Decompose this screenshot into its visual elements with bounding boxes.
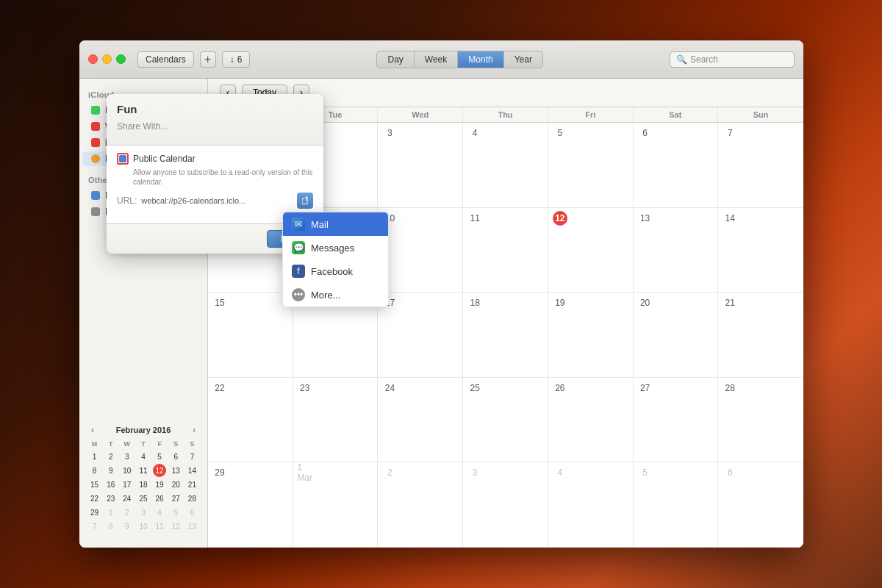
mini-cal-day-4[interactable]: 4	[137, 450, 150, 463]
mini-cal-day-mar2[interactable]: 2	[121, 506, 134, 519]
cal-day-4: 4	[467, 126, 482, 140]
mini-cal-day-10[interactable]: 10	[121, 464, 134, 477]
mini-cal-day-mar4[interactable]: 4	[153, 506, 166, 519]
mini-cal-day-29[interactable]: 29	[88, 506, 101, 519]
cal-cell-13[interactable]: 13	[634, 208, 719, 293]
mini-cal-prev[interactable]: ‹	[87, 424, 98, 436]
mini-cal-day-mar9[interactable]: 9	[121, 520, 134, 533]
cal-cell-mar6[interactable]: 6	[718, 462, 803, 548]
search-placeholder: Search	[690, 54, 718, 65]
mini-cal-day-20[interactable]: 20	[169, 478, 182, 491]
mini-cal-day-mar8[interactable]: 8	[104, 520, 118, 533]
mini-cal-day-6[interactable]: 6	[169, 450, 182, 463]
mini-cal-day-mar1[interactable]: 1	[104, 506, 118, 519]
facebook-label: Facebook	[311, 266, 353, 277]
mini-cal-title: February 2016	[116, 426, 171, 434]
view-day-button[interactable]: Day	[377, 51, 414, 68]
cal-cell-27[interactable]: 27	[634, 378, 719, 463]
cal-cell-4[interactable]: 4	[463, 123, 548, 208]
mini-cal-day-24[interactable]: 24	[121, 492, 134, 505]
cal-cell-28[interactable]: 28	[718, 378, 803, 463]
add-calendar-button[interactable]: +	[200, 51, 216, 68]
mini-cal-day-mar12[interactable]: 12	[169, 520, 182, 533]
cal-cell-7[interactable]: 7	[718, 123, 803, 208]
mini-cal-day-7[interactable]: 7	[185, 450, 198, 463]
mini-cal-day-mar11[interactable]: 11	[153, 520, 166, 533]
cal-cell-20[interactable]: 20	[634, 293, 719, 378]
cal-cell-6[interactable]: 6	[634, 123, 719, 208]
public-calendar-checkbox[interactable]	[117, 153, 129, 165]
mini-cal-day-mar13[interactable]: 13	[185, 520, 198, 533]
mini-cal-day-12[interactable]: 12	[153, 464, 166, 477]
calendars-button[interactable]: Calendars	[137, 51, 194, 68]
cal-cell-18[interactable]: 18	[463, 293, 548, 378]
cal-cell-29[interactable]: 29	[208, 462, 293, 548]
mini-cal-day-mar6[interactable]: 6	[185, 506, 198, 519]
cal-cell-5[interactable]: 5	[548, 123, 634, 208]
cal-cell-19[interactable]: 19	[548, 293, 634, 378]
cal-cell-22[interactable]: 22	[208, 378, 293, 463]
cal-cell-25[interactable]: 25	[463, 378, 548, 463]
mini-cal-day-1[interactable]: 1	[88, 450, 101, 463]
mini-cal-day-13[interactable]: 13	[169, 464, 182, 477]
facebook-icon: f	[292, 265, 305, 278]
mini-cal-day-mar3[interactable]: 3	[137, 506, 150, 519]
cal-cell-24[interactable]: 24	[378, 378, 463, 463]
share-url-button[interactable]	[297, 193, 313, 209]
cal-cell-10[interactable]: 10	[378, 208, 463, 293]
cal-cell-12[interactable]: 12	[548, 208, 634, 293]
cal-cell-mar3[interactable]: 3	[463, 462, 548, 548]
mini-cal-day-mar7[interactable]: 7	[88, 520, 101, 533]
mini-cal-day-18[interactable]: 18	[137, 478, 150, 491]
mini-cal-day-21[interactable]: 21	[185, 478, 198, 491]
maximize-button[interactable]	[116, 54, 126, 64]
mini-cal-day-9[interactable]: 9	[104, 464, 118, 477]
mini-cal-dh-t2: T	[135, 439, 151, 449]
cal-cell-21[interactable]: 21	[718, 293, 803, 378]
mini-cal-day-25[interactable]: 25	[137, 492, 150, 505]
share-messages-item[interactable]: 💬 Messages	[283, 236, 388, 259]
cal-cell-23[interactable]: 23	[293, 378, 379, 463]
cal-cell-17[interactable]: 17	[378, 293, 463, 378]
mini-cal-day-3[interactable]: 3	[121, 450, 134, 463]
cal-cell-mar4[interactable]: 4	[548, 462, 634, 548]
mini-cal-day-26[interactable]: 26	[153, 492, 166, 505]
cal-cell-15[interactable]: 15	[208, 293, 293, 378]
mini-cal-day-28[interactable]: 28	[185, 492, 198, 505]
view-week-button[interactable]: Week	[415, 51, 458, 68]
mini-cal-day-2[interactable]: 2	[104, 450, 118, 463]
mini-cal-day-8[interactable]: 8	[88, 464, 101, 477]
mini-cal-day-mar5[interactable]: 5	[169, 506, 182, 519]
mini-cal-day-5[interactable]: 5	[153, 450, 166, 463]
mini-cal-next[interactable]: ›	[188, 424, 200, 436]
cal-day-mar2: 2	[382, 465, 397, 480]
cal-cell-3[interactable]: 3	[378, 123, 463, 208]
mini-cal-day-11[interactable]: 11	[137, 464, 150, 477]
minimize-button[interactable]	[102, 54, 112, 64]
mini-cal-day-mar10[interactable]: 10	[137, 520, 150, 533]
mini-cal-day-15[interactable]: 15	[88, 478, 101, 491]
cal-cell-14[interactable]: 14	[718, 208, 803, 293]
cal-cell-26[interactable]: 26	[548, 378, 634, 463]
mini-cal-day-19[interactable]: 19	[153, 478, 166, 491]
cal-cell-mar2[interactable]: 2	[378, 462, 463, 548]
mini-cal-day-16[interactable]: 16	[104, 478, 118, 491]
share-mail-item[interactable]: ✉ Mail	[283, 212, 388, 236]
mini-cal-day-14[interactable]: 14	[185, 464, 198, 477]
share-dropdown: ✉ Mail 💬 Messages f Facebook ••• More...	[282, 212, 389, 307]
share-more-item[interactable]: ••• More...	[283, 283, 388, 306]
cal-day-5: 5	[553, 126, 567, 140]
close-button[interactable]	[88, 54, 98, 64]
mini-cal-day-22[interactable]: 22	[88, 492, 101, 505]
mini-cal-day-27[interactable]: 27	[169, 492, 182, 505]
view-year-button[interactable]: Year	[504, 51, 542, 68]
download-button[interactable]: ↓ 6	[222, 51, 251, 68]
view-month-button[interactable]: Month	[458, 51, 503, 68]
mini-cal-day-23[interactable]: 23	[104, 492, 118, 505]
cal-cell-11[interactable]: 11	[463, 208, 548, 293]
cal-cell-mar1[interactable]: 1 Mar	[293, 462, 379, 548]
mini-cal-day-17[interactable]: 17	[121, 478, 134, 491]
share-facebook-item[interactable]: f Facebook	[283, 259, 388, 283]
cal-cell-mar5[interactable]: 5	[634, 462, 719, 548]
search-bar[interactable]: 🔍 Search	[670, 51, 795, 68]
